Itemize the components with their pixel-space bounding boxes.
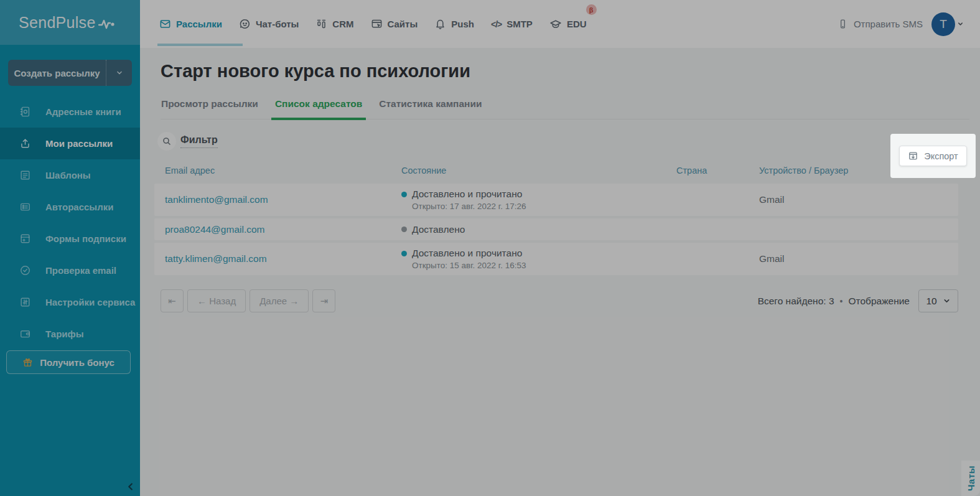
export-label: Экспорт: [924, 151, 958, 161]
export-icon: [908, 151, 918, 161]
tour-spotlight: Экспорт: [890, 134, 976, 178]
export-button[interactable]: Экспорт: [899, 146, 966, 166]
tour-dim-overlay: [0, 0, 980, 496]
